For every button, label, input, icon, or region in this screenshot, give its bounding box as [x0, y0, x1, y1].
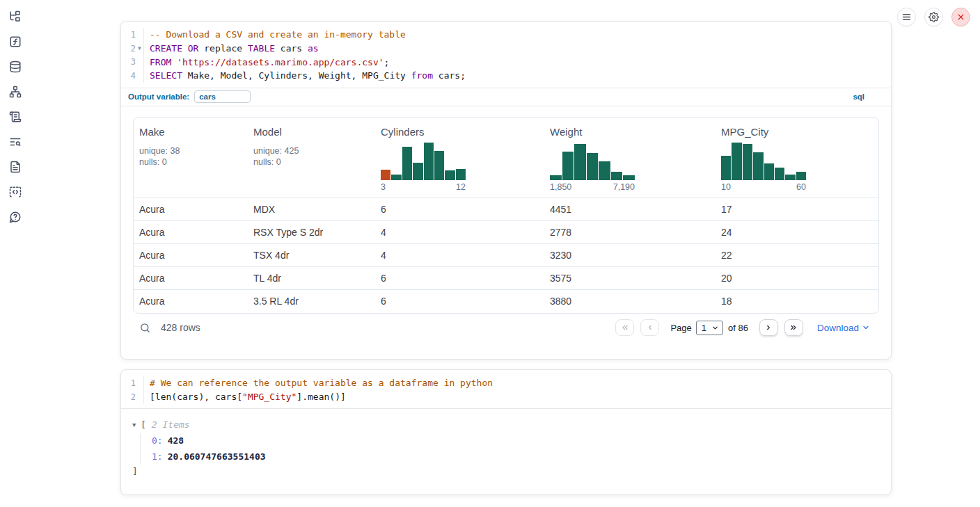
line-number: 1 [131, 30, 136, 40]
settings-gear-icon[interactable] [924, 8, 943, 26]
function-icon[interactable] [8, 34, 23, 49]
histogram-bar[interactable] [562, 152, 574, 180]
histogram-bar[interactable] [413, 163, 422, 179]
snippets-icon[interactable] [8, 184, 23, 200]
code-token: TABLE [248, 43, 275, 54]
histogram-axis-labels: 1060 [721, 182, 806, 192]
data-table: Makeunique: 38nulls: 0Modelunique: 425nu… [133, 117, 879, 314]
python-code-editor[interactable]: 1# We can reference the output variable … [121, 370, 891, 409]
histogram-bar[interactable] [434, 151, 444, 180]
prev-page-button[interactable] [640, 319, 659, 336]
table-row[interactable]: AcuraRSX Type S 2dr4277824 [134, 221, 878, 244]
page-select[interactable]: 1 [696, 321, 723, 335]
column-header[interactable]: Weight1,8507,190 [544, 118, 716, 198]
tree-entry-key: 0: [152, 435, 163, 446]
line-gutter: 3 [121, 55, 144, 69]
python-output-tree: ▼ [ 2 Items 0:4281:20.060747663551403 ] [121, 409, 891, 478]
histogram-bar[interactable] [775, 168, 784, 180]
histogram-bar[interactable] [721, 156, 731, 180]
histogram-bar[interactable] [402, 147, 412, 180]
histogram-bar[interactable] [796, 172, 806, 180]
histogram-bar[interactable] [381, 170, 390, 180]
histogram-bar[interactable] [623, 175, 635, 180]
table-cell: Acura [134, 296, 248, 307]
code-token: SELECT [150, 70, 182, 81]
column-header[interactable]: MPG_City1060 [716, 118, 878, 198]
table-search-icon[interactable] [139, 322, 151, 334]
table-cell: 22 [716, 250, 878, 261]
pagination: Page 1 of 86 Download [615, 319, 878, 336]
histogram-bars [550, 143, 635, 180]
sql-code-editor[interactable]: 1-- Download a CSV and create an in-memo… [121, 22, 891, 88]
table-row[interactable]: Acura3.5 RL 4dr6388018 [134, 290, 878, 313]
shutdown-close-icon[interactable] [951, 8, 970, 26]
dependency-graph-icon[interactable] [8, 84, 23, 99]
histogram-bar[interactable] [424, 143, 434, 180]
file-tree-icon[interactable] [8, 9, 23, 24]
table-row[interactable]: AcuraTL 4dr6357520 [134, 267, 878, 290]
code-token: cars [275, 43, 308, 54]
table-row[interactable]: AcuraMDX6445117 [134, 198, 878, 221]
column-header[interactable]: Modelunique: 425nulls: 0 [248, 118, 375, 198]
histogram-bar[interactable] [732, 143, 741, 180]
table-cell: 3.5 RL 4dr [248, 296, 375, 307]
next-page-button[interactable] [759, 319, 778, 336]
histogram-bar[interactable] [785, 175, 795, 180]
axis-min-label: 1,850 [550, 182, 571, 192]
table-cell: 4 [375, 227, 544, 238]
histogram-bar[interactable] [764, 163, 774, 180]
column-header[interactable]: Cylinders312 [375, 118, 544, 198]
page-select-value: 1 [702, 323, 706, 333]
column-header[interactable]: Makeunique: 38nulls: 0 [134, 118, 248, 198]
output-variable-label: Output variable: [128, 92, 189, 101]
tree-entry[interactable]: 1:20.060747663551403 [152, 449, 891, 465]
histogram-bar[interactable] [445, 170, 455, 180]
download-button[interactable]: Download [817, 323, 870, 333]
sql-cell-output: Makeunique: 38nulls: 0Modelunique: 425nu… [121, 106, 891, 342]
table-cell: MDX [248, 204, 375, 215]
histogram-bar[interactable] [574, 144, 586, 179]
column-title: Cylinders [381, 126, 539, 138]
histogram-bar[interactable] [391, 175, 401, 180]
first-page-button[interactable] [615, 319, 634, 336]
download-label: Download [817, 323, 859, 333]
column-histogram: 312 [381, 143, 466, 192]
output-variable-input[interactable] [194, 90, 251, 103]
code-token [182, 43, 188, 54]
script-icon[interactable] [8, 109, 23, 124]
table-row[interactable]: AcuraTSX 4dr4323022 [134, 244, 878, 267]
code-line: 1# We can reference the output variable … [121, 376, 891, 390]
menu-icon[interactable] [897, 8, 916, 26]
fold-chevron-icon[interactable]: ▼ [136, 45, 143, 51]
column-title: Weight [550, 126, 710, 138]
histogram-bar[interactable] [753, 152, 763, 179]
sidebar [0, 0, 31, 507]
histogram-bar[interactable] [599, 161, 610, 180]
collapse-caret-icon[interactable]: ▼ [132, 421, 141, 428]
histogram-bars [381, 143, 466, 180]
code-token: as [308, 43, 319, 54]
document-icon[interactable] [8, 159, 23, 175]
histogram-bar[interactable] [611, 172, 623, 180]
histogram-bar[interactable] [456, 169, 466, 180]
table-cell: 3230 [544, 250, 716, 261]
table-cell: 6 [375, 273, 544, 284]
code-line: 1-- Download a CSV and create an in-memo… [121, 28, 891, 42]
help-icon[interactable] [8, 209, 23, 225]
code-line: 3FROM 'https://datasets.marimo.app/cars.… [121, 55, 891, 69]
table-cell: 4451 [544, 204, 716, 215]
axis-min-label: 3 [381, 182, 386, 192]
code-line: 2[len(cars), cars["MPG_City"].mean()] [121, 390, 891, 404]
table-cell: 20 [716, 273, 878, 284]
histogram-bar[interactable] [550, 175, 562, 180]
tree-entry[interactable]: 0:428 [152, 433, 891, 449]
search-logs-icon[interactable] [8, 134, 23, 150]
database-icon[interactable] [8, 59, 23, 74]
last-page-button[interactable] [784, 319, 803, 336]
tree-items-count: 2 Items [152, 419, 190, 430]
table-cell: 4 [375, 250, 544, 261]
code-token: ].mean()] [297, 392, 345, 402]
histogram-bar[interactable] [743, 144, 752, 179]
code-token: -- Download a CSV and create an in-memor… [150, 29, 406, 40]
histogram-bar[interactable] [587, 153, 599, 180]
